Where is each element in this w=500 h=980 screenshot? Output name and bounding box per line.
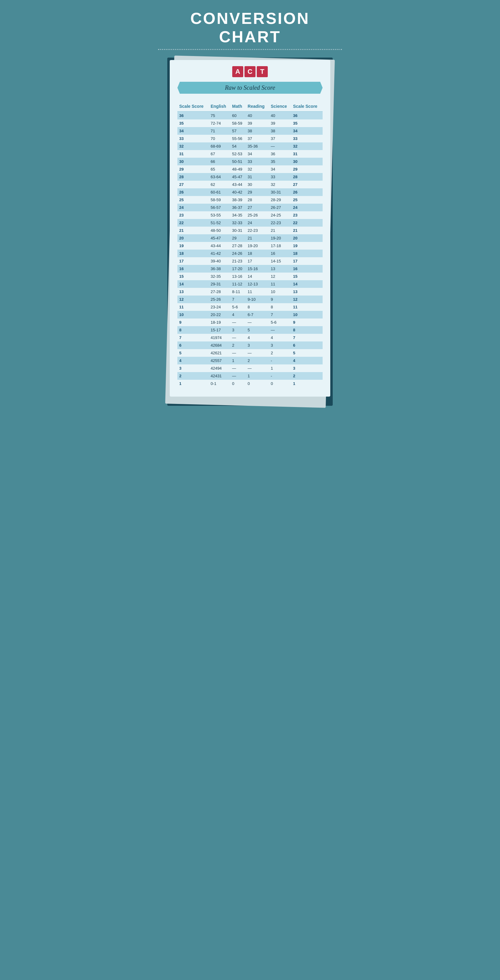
table-cell-3-4: 37: [269, 135, 291, 142]
table-cell-22-1: 29-31: [209, 280, 230, 288]
table-cell-16-2: 29: [230, 234, 246, 242]
table-cell-1-5: 35: [291, 119, 323, 127]
table-cell-10-4: 30-31: [269, 188, 291, 196]
table-cell-19-1: 39-40: [209, 257, 230, 265]
table-cell-26-0: 10: [177, 311, 209, 318]
table-cell-9-2: 43-44: [230, 181, 246, 188]
table-cell-29-3: 4: [246, 334, 269, 342]
table-cell-13-5: 23: [291, 211, 323, 219]
table-cell-13-3: 25-26: [246, 211, 269, 219]
table-cell-18-0: 18: [177, 250, 209, 257]
table-cell-15-0: 21: [177, 227, 209, 234]
table-cell-28-1: 15-17: [209, 326, 230, 334]
table-cell-17-2: 27-28: [230, 242, 246, 250]
table-cell-23-0: 13: [177, 288, 209, 296]
table-row: 242431—1-2: [177, 372, 323, 380]
table-cell-20-1: 36-38: [209, 265, 230, 272]
col-header-reading: Reading: [246, 101, 269, 111]
table-cell-24-2: 7: [230, 296, 246, 303]
table-cell-27-1: 18-19: [209, 318, 230, 326]
table-cell-25-4: 8: [269, 303, 291, 311]
table-cell-27-2: —: [230, 318, 246, 326]
table-cell-33-0: 3: [177, 364, 209, 372]
table-cell-1-1: 72-74: [209, 119, 230, 127]
table-cell-22-2: 11-12: [230, 280, 246, 288]
table-row: 741974—447: [177, 334, 323, 342]
table-cell-33-4: 1: [269, 364, 291, 372]
table-cell-28-2: 3: [230, 326, 246, 334]
table-cell-21-3: 14: [246, 272, 269, 280]
paper-content: A C T Raw to Scaled Score Scale Score En…: [170, 60, 330, 396]
table-cell-23-3: 11: [246, 288, 269, 296]
main-title: CONVERSION CHART: [158, 9, 342, 46]
table-cell-18-1: 41-42: [209, 250, 230, 257]
table-cell-28-0: 8: [177, 326, 209, 334]
table-cell-18-5: 18: [291, 250, 323, 257]
table-cell-4-2: 54: [230, 142, 246, 150]
table-cell-8-1: 63-64: [209, 173, 230, 181]
table-cell-0-2: 60: [230, 111, 246, 119]
table-cell-24-5: 12: [291, 296, 323, 303]
table-cell-24-3: 9-10: [246, 296, 269, 303]
table-cell-9-5: 27: [291, 181, 323, 188]
table-cell-11-1: 58-59: [209, 196, 230, 204]
table-cell-23-2: 8-11: [230, 288, 246, 296]
col-header-english: English: [209, 101, 230, 111]
table-cell-20-4: 13: [269, 265, 291, 272]
table-cell-5-0: 31: [177, 150, 209, 158]
table-row: 918-19——5-69: [177, 318, 323, 326]
table-cell-34-5: 2: [291, 372, 323, 380]
table-cell-2-5: 34: [291, 127, 323, 135]
act-logo: A C T: [177, 66, 323, 77]
table-cell-26-2: 4: [230, 311, 246, 318]
table-cell-18-2: 24-26: [230, 250, 246, 257]
table-cell-22-0: 14: [177, 280, 209, 288]
table-cell-6-3: 33: [246, 158, 269, 165]
table-cell-7-1: 65: [209, 165, 230, 173]
table-cell-33-1: 42494: [209, 364, 230, 372]
table-cell-16-1: 45-47: [209, 234, 230, 242]
col-header-scale-score-left: Scale Score: [177, 101, 209, 111]
table-cell-10-0: 26: [177, 188, 209, 196]
table-cell-24-4: 9: [269, 296, 291, 303]
table-row: 3268-695435-36—32: [177, 142, 323, 150]
table-row: 1739-4021-231714-1517: [177, 257, 323, 265]
table-row: 6426842336: [177, 342, 323, 349]
table-cell-12-2: 36-37: [230, 204, 246, 211]
table-cell-34-3: 1: [246, 372, 269, 380]
table-row: 2863-6445-47313328: [177, 173, 323, 181]
table-row: 337055-56373733: [177, 135, 323, 142]
table-row: 1225-2679-10912: [177, 296, 323, 303]
act-letter-c: C: [245, 66, 255, 77]
table-cell-32-1: 42557: [209, 357, 230, 364]
table-cell-16-5: 20: [291, 234, 323, 242]
table-cell-21-0: 15: [177, 272, 209, 280]
table-cell-13-1: 53-55: [209, 211, 230, 219]
table-cell-31-3: —: [246, 349, 269, 357]
table-cell-2-4: 38: [269, 127, 291, 135]
table-cell-14-1: 51-52: [209, 219, 230, 227]
table-cell-6-5: 30: [291, 158, 323, 165]
table-cell-30-1: 42684: [209, 342, 230, 349]
table-cell-25-1: 23-24: [209, 303, 230, 311]
table-cell-14-4: 22-23: [269, 219, 291, 227]
table-cell-3-1: 70: [209, 135, 230, 142]
table-row: 1327-288-11111013: [177, 288, 323, 296]
table-cell-24-1: 25-26: [209, 296, 230, 303]
table-cell-0-1: 75: [209, 111, 230, 119]
table-row: 2558-5938-392828-2925: [177, 196, 323, 204]
table-cell-0-3: 40: [246, 111, 269, 119]
table-cell-9-3: 30: [246, 181, 269, 188]
table-header-row: Scale Score English Math Reading Science…: [177, 101, 323, 111]
table-cell-13-0: 23: [177, 211, 209, 219]
table-row: 342494——13: [177, 364, 323, 372]
table-cell-32-2: 1: [230, 357, 246, 364]
table-cell-15-4: 21: [269, 227, 291, 234]
table-cell-7-2: 48-49: [230, 165, 246, 173]
table-cell-27-4: 5-6: [269, 318, 291, 326]
table-cell-25-0: 11: [177, 303, 209, 311]
table-cell-29-5: 7: [291, 334, 323, 342]
table-row: 2251-5232-332422-2322: [177, 219, 323, 227]
table-cell-15-1: 48-50: [209, 227, 230, 234]
table-cell-4-4: —: [269, 142, 291, 150]
